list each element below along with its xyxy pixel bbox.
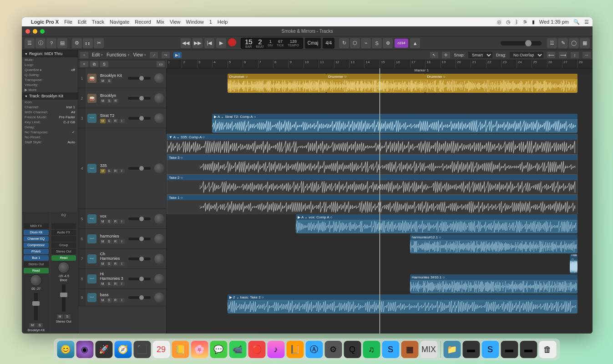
audio-fx-slot-2[interactable]: Compressor: [24, 243, 49, 248]
track-icon[interactable]: 〰: [87, 234, 96, 243]
catch-playhead[interactable]: ▶|: [173, 52, 182, 58]
forward-button[interactable]: ▶▶: [193, 38, 203, 48]
control-center-icon[interactable]: ◎: [497, 19, 502, 25]
tuner-button[interactable]: ⌁: [361, 38, 371, 48]
menu-help[interactable]: Help: [218, 19, 228, 25]
region-header[interactable]: ▶ 2 ⌄ bass: Take 2 ○: [228, 294, 578, 300]
play-button[interactable]: ▶: [216, 38, 226, 48]
track-icon[interactable]: 〰: [87, 254, 96, 263]
sync-button[interactable]: c234: [395, 39, 408, 48]
ruler-bar[interactable]: 3: [197, 60, 212, 68]
minimized-window-icon[interactable]: ▬: [501, 341, 518, 358]
track-s-button[interactable]: S: [106, 239, 112, 244]
minimized-window-icon[interactable]: S: [481, 341, 499, 358]
audio-fx-label[interactable]: Audio FX: [51, 230, 76, 235]
time-signature[interactable]: 4/4: [323, 38, 334, 49]
ruler-bar[interactable]: 1: [167, 60, 182, 68]
track-r-button[interactable]: R: [113, 119, 118, 123]
track-m-button[interactable]: M: [100, 119, 106, 123]
ruler-bar[interactable]: 24: [517, 60, 532, 68]
inspector-row[interactable]: Icon:: [22, 100, 78, 105]
bar-ruler[interactable]: 1234567891011121314151617181920212223242…: [167, 60, 593, 68]
menu-edit[interactable]: Edit: [78, 19, 86, 25]
region[interactable]: ▶ 2 ⌄ bass: Take 2 ○: [228, 294, 578, 313]
track-volume-slider[interactable]: [128, 117, 151, 120]
toolbar-button[interactable]: ▤: [57, 38, 67, 48]
track-icon[interactable]: 〰: [87, 114, 96, 123]
view-menu[interactable]: View: [133, 52, 147, 57]
region[interactable]: Harmonies 3#10.1 ○: [410, 274, 578, 293]
ruler-bar[interactable]: 15: [380, 60, 395, 68]
siri-icon[interactable]: ◉: [76, 341, 93, 358]
pointer-tool[interactable]: ↖: [430, 52, 438, 58]
track-volume-slider[interactable]: [128, 278, 151, 280]
key-signature[interactable]: Cmaj: [305, 38, 321, 49]
track-pan-knob[interactable]: [154, 73, 164, 83]
track-name[interactable]: Brooklyn Kit: [100, 73, 124, 78]
inspector-row[interactable]: Quantize ▸off: [22, 67, 78, 72]
menu-file[interactable]: File: [64, 19, 72, 25]
track-r-button[interactable]: R: [113, 169, 118, 173]
region-header[interactable]: ▶ A ⌄ Strat T2: Comp A ○: [212, 114, 577, 119]
preferences-icon[interactable]: ⚙: [324, 341, 342, 358]
quick-help-button[interactable]: ?: [46, 38, 56, 48]
inspector-row[interactable]: No Reset:: [22, 135, 78, 140]
track-s-button[interactable]: S: [106, 119, 112, 123]
track-m-button[interactable]: M: [100, 79, 106, 83]
track-icon[interactable]: 〰: [87, 164, 96, 173]
track-name[interactable]: Ch Harmonies: [100, 252, 125, 261]
track-header[interactable]: 5〰voxMSRI: [78, 209, 166, 229]
notification-icon[interactable]: ☰: [584, 19, 589, 25]
marker[interactable]: Marker 1: [413, 68, 431, 73]
bluetooth-icon[interactable]: ᛒ: [515, 19, 518, 25]
menu-view[interactable]: View: [170, 19, 181, 25]
track-pan-knob[interactable]: [154, 93, 164, 103]
ruler-bar[interactable]: 22: [486, 60, 501, 68]
track-header[interactable]: 3〰Strat T2MSRI: [78, 108, 166, 128]
media-browser-button[interactable]: ▦: [580, 38, 590, 48]
track-name[interactable]: bass: [100, 293, 125, 297]
audio-fx-slot-3[interactable]: PlVerb: [24, 249, 49, 254]
track-icon[interactable]: 〰: [87, 293, 96, 302]
pan-knob[interactable]: [30, 274, 42, 286]
track-alternatives-button[interactable]: ▭: [157, 61, 165, 67]
master-volume-slider[interactable]: [501, 41, 542, 46]
menu-track[interactable]: Track: [92, 19, 104, 25]
ruler-bar[interactable]: 9: [288, 60, 303, 68]
inspector-row[interactable]: Loop:: [22, 62, 78, 67]
output-slot[interactable]: Stereo Out: [24, 262, 49, 267]
inspector-row[interactable]: Velocity:: [22, 82, 78, 87]
ruler-bar[interactable]: 26: [547, 60, 562, 68]
midi-fx-slot[interactable]: MIDI FX: [24, 223, 49, 229]
library-button[interactable]: ☰: [25, 38, 35, 48]
track-s-button[interactable]: S: [106, 282, 112, 286]
inspector-button[interactable]: ⓘ: [35, 38, 46, 48]
app-icon[interactable]: 📒: [172, 341, 189, 358]
region-header[interactable]: Harr ○: [570, 254, 578, 260]
duplicate-track-button[interactable]: ⧉: [90, 61, 98, 67]
volume-fader[interactable]: [62, 284, 66, 312]
track-i-button[interactable]: I: [119, 169, 125, 173]
take-folder-header[interactable]: ▼ A ⌄ 335: Comp A ○: [167, 134, 577, 140]
track-volume-slider[interactable]: [128, 97, 151, 100]
track-i-button[interactable]: I: [119, 219, 125, 224]
solo-toolbar-button[interactable]: S: [372, 38, 382, 48]
mixer-button[interactable]: ⫾⫾: [83, 38, 93, 48]
ruler-bar[interactable]: 27: [562, 60, 577, 68]
replace-button[interactable]: ↻: [339, 38, 349, 48]
notepad-button[interactable]: ✎: [558, 38, 568, 48]
track-header[interactable]: 6〰harmoniesMSRI: [78, 229, 166, 249]
track-pan-knob[interactable]: [154, 274, 164, 284]
inspector-more[interactable]: ▶ More: [22, 87, 78, 92]
folder-icon[interactable]: 📁: [443, 341, 461, 358]
ruler-bar[interactable]: 17: [410, 60, 425, 68]
track-name[interactable]: Brooklyn: [100, 93, 124, 98]
track-m-button[interactable]: M: [100, 298, 106, 303]
finder-icon[interactable]: 😊: [57, 341, 74, 358]
track-s-button[interactable]: S: [106, 169, 112, 173]
ruler-bar[interactable]: 2: [182, 60, 197, 68]
instrument-slot[interactable]: Drum Kit: [24, 230, 49, 235]
region[interactable]: ▶ A ⌄ vox: Comp A ○: [296, 214, 577, 233]
track-name[interactable]: harmonies: [100, 234, 125, 238]
ruler-bar[interactable]: 14: [364, 60, 379, 68]
